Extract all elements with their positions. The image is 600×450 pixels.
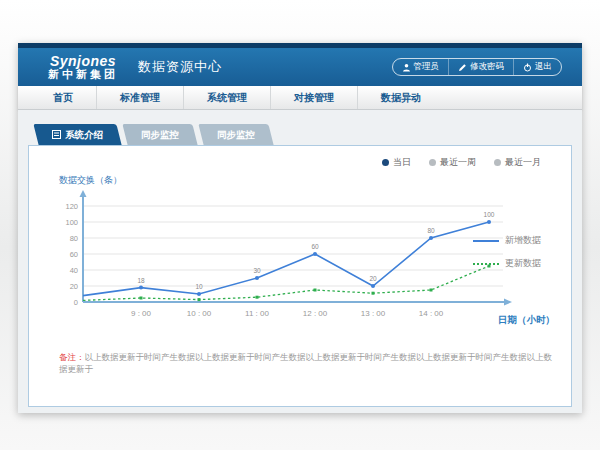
data-point [139,286,143,290]
chart-legend: 新增数据 更新数据 [473,234,557,280]
content-area: 系统介绍 同步监控 同步监控 当日 最近一周 [18,110,582,413]
logo-brand-text: Synjones [48,54,118,69]
nav-item-standard-management[interactable]: 标准管理 [96,86,183,109]
nav-item-data-change[interactable]: 数据异动 [357,86,444,109]
nav-item-home[interactable]: 首页 [30,86,96,109]
x-tick-label: 11 : 00 [245,309,269,318]
data-point [256,296,259,299]
legend-label: 新增数据 [505,234,541,247]
main-navigation: 首页 标准管理 系统管理 对接管理 数据异动 [18,86,582,110]
point-label: 18 [137,277,145,284]
filter-label: 当日 [393,156,411,169]
point-label: 20 [369,275,377,282]
tab-bar: 系统介绍 同步监控 同步监控 [28,124,572,145]
filter-label: 最近一月 [505,156,541,169]
tab-system-intro[interactable]: 系统介绍 [36,124,119,145]
point-label: 30 [253,267,261,274]
point-label: 100 [484,211,495,218]
y-tick-label: 20 [70,282,78,291]
filter-last-month[interactable]: 最近一月 [494,156,541,169]
radio-unselected-icon [429,159,436,166]
tab-label: 同步监控 [141,124,179,145]
y-tick-label: 40 [70,266,78,275]
x-tick-label: 13 : 00 [361,309,386,318]
y-axis-arrow [80,190,87,197]
y-tick-label: 120 [65,202,78,211]
browser-page: Synjones 新中新集团 数据资源中心 管理员 修改密码 [18,43,582,413]
y-tick-label: 80 [70,234,78,243]
data-point [198,298,201,301]
x-tick-label: 10 : 00 [187,309,212,318]
legend-line-dotted [473,263,499,265]
power-icon [523,63,532,72]
app-header: Synjones 新中新集团 数据资源中心 管理员 修改密码 [18,48,582,86]
x-tick-label: 12 : 00 [303,309,328,318]
data-point [371,284,375,288]
point-label: 80 [427,227,435,234]
y-axis-title: 数据交换（条） [59,174,571,187]
logout-button[interactable]: 退出 [513,59,561,75]
change-password-button[interactable]: 修改密码 [448,59,513,75]
x-axis-title: 日期（小时） [498,314,555,327]
filter-last-week[interactable]: 最近一周 [429,156,476,169]
nav-item-interface-management[interactable]: 对接管理 [270,86,357,109]
data-point [140,297,143,300]
data-point [197,292,201,296]
legend-label: 更新数据 [505,257,541,270]
logo-company-name: 新中新集团 [48,69,118,81]
user-toolbar: 管理员 修改密码 退出 [392,58,563,76]
filter-today[interactable]: 当日 [382,156,411,169]
tab-sync-monitor-1[interactable]: 同步监控 [125,124,195,145]
footnote-text: 以上数据更新于时间产生数据以上数据更新于时间产生数据以上数据更新于时间产生数据以… [59,352,552,374]
y-tick-label: 100 [65,218,78,227]
footnote: 备注：以上数据更新于时间产生数据以上数据更新于时间产生数据以上数据更新于时间产生… [59,352,559,376]
y-tick-label: 0 [74,298,78,307]
data-point [313,252,317,256]
page-title: 数据资源中心 [138,58,222,76]
legend-line-solid [473,240,499,242]
logout-label: 退出 [535,61,552,73]
radio-unselected-icon [494,159,501,166]
edit-icon [458,63,467,72]
point-label: 10 [195,283,203,290]
user-button-label: 管理员 [414,61,440,73]
x-tick-label: 14 : 00 [419,309,444,318]
chart-panel: 当日 最近一周 最近一月 数据交换（条） 0204060801001209 : … [28,145,572,407]
company-logo: Synjones 新中新集团 [48,54,118,80]
tab-label: 系统介绍 [65,124,103,145]
data-point [430,289,433,292]
list-icon [52,130,61,139]
filter-label: 最近一周 [440,156,476,169]
time-range-filters: 当日 最近一周 最近一月 [382,156,541,169]
x-axis-arrow [504,299,512,306]
legend-item-updated-data: 更新数据 [473,257,557,270]
x-tick-label: 9 : 00 [131,309,152,318]
radio-selected-icon [382,159,389,166]
line-chart: 0204060801001209 : 0010 : 0011 : 0012 : … [53,189,523,337]
data-point [372,292,375,295]
tab-label: 同步监控 [217,124,255,145]
point-label: 60 [311,243,319,250]
footnote-prefix: 备注： [59,352,85,362]
data-point [429,236,433,240]
nav-item-system-management[interactable]: 系统管理 [183,86,270,109]
legend-item-new-data: 新增数据 [473,234,557,247]
data-point [487,220,491,224]
data-point [255,276,259,280]
user-icon [402,63,411,72]
user-button[interactable]: 管理员 [393,59,449,75]
change-password-label: 修改密码 [470,61,504,73]
data-point [314,289,317,292]
tab-sync-monitor-2[interactable]: 同步监控 [201,124,271,145]
y-tick-label: 60 [70,250,78,259]
